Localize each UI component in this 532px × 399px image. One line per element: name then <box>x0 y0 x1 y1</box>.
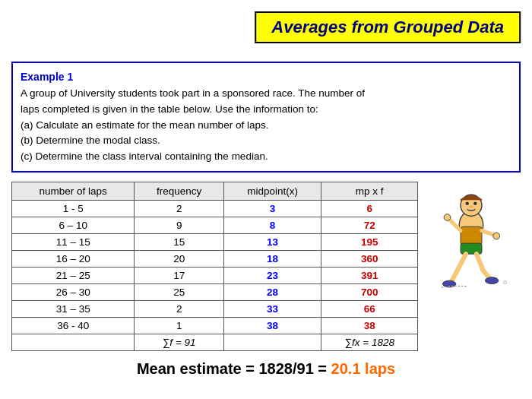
table-row: 21 – 251723391 <box>12 268 418 284</box>
cell-mid: 23 <box>223 268 321 284</box>
table-row: 31 – 3523366 <box>12 301 418 318</box>
example-text1: A group of University students took part… <box>21 86 511 102</box>
cell-mpf: 391 <box>321 268 418 284</box>
cell-mpf: 66 <box>321 301 418 318</box>
mean-prefix: Mean estimate = 1828/91 = <box>137 360 331 377</box>
main-container: Averages from Grouped Data Example 1 A g… <box>0 0 532 399</box>
cell-freq: 25 <box>135 284 223 301</box>
cell-laps: 36 - 40 <box>12 318 135 334</box>
example-box: Example 1 A group of University students… <box>11 62 521 173</box>
cell-laps: 31 – 35 <box>12 301 135 318</box>
svg-text:o: o <box>503 278 507 286</box>
cell-mid: 18 <box>223 251 321 268</box>
svg-point-16 <box>485 277 499 284</box>
cell-laps: 11 – 15 <box>12 234 135 251</box>
cell-freq: 1 <box>135 318 223 334</box>
mean-estimate: Mean estimate = 1828/91 = 20.1 laps <box>11 360 521 378</box>
cell-mid: 33 <box>223 301 321 318</box>
svg-rect-5 <box>461 227 482 246</box>
table-row: 26 – 302528700 <box>12 284 418 301</box>
svg-point-2 <box>466 202 469 205</box>
cell-mpf: 38 <box>321 318 418 334</box>
example-text3: (a) Calculate an estimate for the mean n… <box>21 118 511 134</box>
cell-laps: 21 – 25 <box>12 268 135 284</box>
runner-illustration: o <box>426 185 517 292</box>
data-table: number of laps frequency midpoint(x) mp … <box>11 182 418 351</box>
col-header-laps: number of laps <box>12 182 135 201</box>
table-image-row: number of laps frequency midpoint(x) mp … <box>11 182 521 351</box>
col-header-mpf: mp x f <box>321 182 418 201</box>
example-text4: (b) Determine the modal class. <box>21 133 511 149</box>
svg-point-4 <box>470 206 473 208</box>
cell-laps: 16 – 20 <box>12 251 135 268</box>
svg-point-7 <box>444 214 451 221</box>
cell-freq: 2 <box>135 301 223 318</box>
svg-point-9 <box>493 233 500 239</box>
example-text5: (c) Determine the class interval contain… <box>21 149 511 165</box>
svg-rect-10 <box>461 243 482 254</box>
example-label: Example 1 <box>21 69 511 86</box>
table-row: 11 – 151513195 <box>12 234 418 251</box>
cell-laps: 26 – 30 <box>12 284 135 301</box>
cell-mid: 38 <box>223 318 321 334</box>
cell-mpf: 700 <box>321 284 418 301</box>
cell-mid: 8 <box>223 217 321 234</box>
cell-mpf: 6 <box>321 201 418 217</box>
cell-mid: 13 <box>223 234 321 251</box>
cell-freq: 2 <box>135 201 223 217</box>
cell-freq: 17 <box>135 268 223 284</box>
example-text2: laps completed is given in the table bel… <box>21 102 511 118</box>
cell-freq: 9 <box>135 217 223 234</box>
cell-laps: 1 - 5 <box>12 201 135 217</box>
sum-freq-empty1 <box>12 334 135 351</box>
table-row: 16 – 202018360 <box>12 251 418 268</box>
cell-freq: 20 <box>135 251 223 268</box>
page-title: Averages from Grouped Data <box>271 17 504 36</box>
svg-line-12 <box>451 272 457 282</box>
table-row: 6 – 109872 <box>12 217 418 234</box>
cell-freq: 15 <box>135 234 223 251</box>
svg-line-13 <box>477 254 483 271</box>
cell-mid: 3 <box>223 201 321 217</box>
table-row: 36 - 4013838 <box>12 318 418 334</box>
cell-mpf: 72 <box>321 217 418 234</box>
svg-line-11 <box>457 254 466 272</box>
cell-mpf: 195 <box>321 234 418 251</box>
sum-freq: ∑f = 91 <box>135 334 223 351</box>
table-row: 1 - 5236 <box>12 201 418 217</box>
col-header-mid: midpoint(x) <box>223 182 321 201</box>
cell-mid: 28 <box>223 284 321 301</box>
svg-point-3 <box>473 202 477 205</box>
title-box: Averages from Grouped Data <box>255 11 521 43</box>
cell-laps: 6 – 10 <box>12 217 135 234</box>
sum-mpf: ∑fx = 1828 <box>321 334 418 351</box>
runner-area: o <box>422 185 521 292</box>
sum-freq-empty2 <box>223 334 321 351</box>
mean-value: 20.1 laps <box>331 360 396 377</box>
col-header-freq: frequency <box>135 182 223 201</box>
cell-mpf: 360 <box>321 251 418 268</box>
